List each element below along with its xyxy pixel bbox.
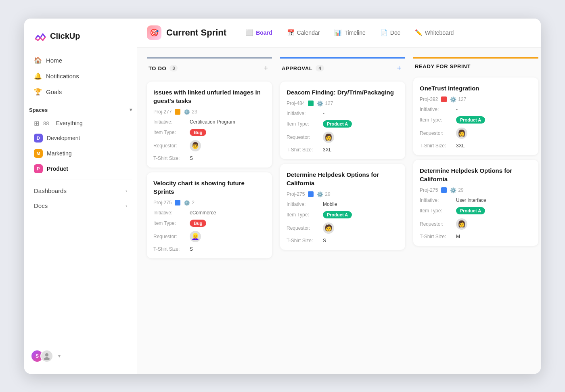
requestor-avatar-todo-1: 👨 <box>190 140 201 151</box>
item-type-tag-todo-1: Bug <box>190 129 206 136</box>
add-card-approval-button[interactable]: + <box>394 63 404 73</box>
card-title-ready-2: Determine Helpdesk Options for Californi… <box>420 166 532 183</box>
card-proj-approval-1: Proj-484 <box>287 101 305 106</box>
card-meta-todo-2: Proj-275 ⚙️ 2 <box>153 200 266 206</box>
card-todo-2[interactable]: Velocity chart is showing future Sprints… <box>147 172 272 258</box>
card-title-approval-1: Deacom Finding: Dry/Trim/Packaging <box>287 88 399 96</box>
card-ready-2[interactable]: Determine Helpdesk Options for Californi… <box>413 160 538 246</box>
sidebar-item-product[interactable]: P Product <box>29 161 132 176</box>
column-count-todo: 3 <box>170 65 178 71</box>
requestor-avatar-todo-2: 👱‍♀️ <box>190 231 201 242</box>
sidebar-item-marketing-label: Marketing <box>47 150 71 157</box>
header-tabs: ⬜ Board 📅 Calendar 📊 Timeline 📄 Doc ✏️ <box>239 26 531 40</box>
card-requestor-todo-1: Requestor: 👨 <box>153 140 266 151</box>
card-points-approval-1: ⚙️ 127 <box>317 101 333 107</box>
points-icon-4: ⚙️ <box>317 191 323 197</box>
requestor-avatar-ready-2: 👩 <box>456 218 467 230</box>
sidebar-item-goals-label: Goals <box>46 88 62 95</box>
flag-icon-todo-2 <box>175 200 180 205</box>
card-itemtype-approval-2: Item Type: Product A <box>287 211 399 218</box>
card-itemtype-todo-1: Item Type: Bug <box>153 129 266 136</box>
card-title-todo-2: Velocity chart is showing future Sprints <box>153 179 266 196</box>
kanban-board: TO DO 3 + Issues with linked unfurled im… <box>137 48 541 374</box>
tab-whiteboard[interactable]: ✏️ Whiteboard <box>408 26 460 40</box>
sidebar-item-home-label: Home <box>46 57 62 64</box>
points-icon-6: ⚙️ <box>450 187 456 193</box>
card-initiative-ready-2: Initiative: User interface <box>420 197 532 203</box>
svg-point-0 <box>45 353 48 356</box>
card-initiative-todo-2: Initiative: eCommerce <box>153 210 266 216</box>
card-todo-1[interactable]: Issues with linked unfurled images in gu… <box>147 82 272 168</box>
user-chevron-icon: ▾ <box>58 353 61 359</box>
marketing-badge: M <box>34 149 43 158</box>
sidebar-item-home[interactable]: 🏠 Home <box>29 52 132 68</box>
card-requestor-ready-2: Requestor: 👩 <box>420 218 532 230</box>
whiteboard-tab-icon: ✏️ <box>415 29 423 36</box>
card-title-ready-1: OneTrust Integration <box>420 84 532 92</box>
column-header-todo: TO DO 3 + <box>147 57 272 77</box>
sidebar-item-goals[interactable]: 🏆 Goals <box>29 84 132 100</box>
column-header-approval: APPROVAL 4 + <box>280 57 405 77</box>
home-icon: 🏠 <box>34 57 42 64</box>
points-icon: ⚙️ <box>184 109 190 115</box>
card-meta-ready-2: Proj-275 ⚙️ 29 <box>420 187 532 193</box>
app-window: ClickUp 🏠 Home 🔔 Notifications 🏆 Goals S… <box>24 19 541 374</box>
column-ready: READY FOR SPRINT OneTrust Integration Pr… <box>413 57 538 246</box>
product-badge: P <box>34 164 43 173</box>
add-card-todo-button[interactable]: + <box>261 63 270 73</box>
card-proj-todo-2: Proj-275 <box>153 200 172 205</box>
sidebar-item-notifications-label: Notifications <box>46 73 79 80</box>
sidebar-item-docs[interactable]: Docs › <box>29 198 132 213</box>
card-proj-approval-2: Proj-275 <box>287 191 305 197</box>
tab-timeline[interactable]: 📊 Timeline <box>328 26 372 40</box>
card-initiative-ready-1: Initiative: - <box>420 107 532 112</box>
card-tshirt-approval-1: T-Shirt Size: 3XL <box>287 147 399 153</box>
svg-point-1 <box>44 357 50 360</box>
card-approval-1[interactable]: Deacom Finding: Dry/Trim/Packaging Proj-… <box>280 82 405 159</box>
tab-doc[interactable]: 📄 Doc <box>374 26 407 40</box>
sidebar-item-everything[interactable]: ⊞ 88 Everything <box>29 116 132 130</box>
points-icon-2: ⚙️ <box>184 200 190 206</box>
card-points-ready-2: ⚙️ 29 <box>450 187 463 193</box>
card-meta-approval-1: Proj-484 ⚙️ 127 <box>287 101 399 107</box>
clickup-logo-icon <box>34 30 47 43</box>
tab-board[interactable]: ⬜ Board <box>239 26 278 40</box>
card-proj-todo-1: Proj-277 <box>153 109 172 115</box>
card-requestor-ready-1: Requestor: 👩 <box>420 128 532 139</box>
card-requestor-todo-2: Requestor: 👱‍♀️ <box>153 231 266 242</box>
calendar-tab-icon: 📅 <box>287 29 295 36</box>
requestor-avatar-approval-1: 👩 <box>323 132 334 143</box>
logo[interactable]: ClickUp <box>24 19 137 52</box>
card-tshirt-todo-2: T-Shirt Size: S <box>153 246 266 252</box>
card-approval-2[interactable]: Determine Helpdesk Options for Californi… <box>280 164 405 250</box>
avatar-person <box>40 350 53 363</box>
everything-count: 88 <box>43 120 52 126</box>
sidebar-item-development-label: Development <box>47 135 80 141</box>
tab-doc-label: Doc <box>390 29 400 36</box>
tab-whiteboard-label: Whiteboard <box>425 29 454 36</box>
card-points-todo-1: ⚙️ 23 <box>184 109 197 115</box>
column-title-todo: TO DO <box>149 65 166 71</box>
column-title-approval: APPROVAL <box>282 65 312 71</box>
sidebar-divider-1 <box>29 180 132 180</box>
column-header-ready: READY FOR SPRINT <box>413 57 538 73</box>
bell-icon: 🔔 <box>34 72 42 80</box>
flag-icon-approval-1 <box>308 101 314 106</box>
tab-calendar-label: Calendar <box>297 29 320 36</box>
doc-tab-icon: 📄 <box>380 29 388 36</box>
card-title-todo-1: Issues with linked unfurled images in gu… <box>153 88 266 105</box>
sidebar-item-notifications[interactable]: 🔔 Notifications <box>29 68 132 84</box>
flag-icon-approval-2 <box>308 191 314 197</box>
item-type-tag-ready-2: Product A <box>456 207 485 214</box>
sidebar-extra-nav: Dashboards › Docs › <box>24 183 137 213</box>
sidebar-item-marketing[interactable]: M Marketing <box>29 146 132 161</box>
sidebar-item-dashboards[interactable]: Dashboards › <box>29 183 132 198</box>
main-content: 🎯 Current Sprint ⬜ Board 📅 Calendar 📊 Ti… <box>137 19 541 374</box>
card-initiative-approval-2: Initiative: Mobile <box>287 201 399 207</box>
tab-calendar[interactable]: 📅 Calendar <box>280 26 326 40</box>
tab-timeline-label: Timeline <box>344 29 365 36</box>
user-profile[interactable]: S ▾ <box>24 345 137 367</box>
sidebar-item-development[interactable]: D Development <box>29 130 132 146</box>
card-ready-1[interactable]: OneTrust Integration Proj-392 ⚙️ 127 Ini… <box>413 78 538 155</box>
page-title: Current Sprint <box>166 27 226 38</box>
